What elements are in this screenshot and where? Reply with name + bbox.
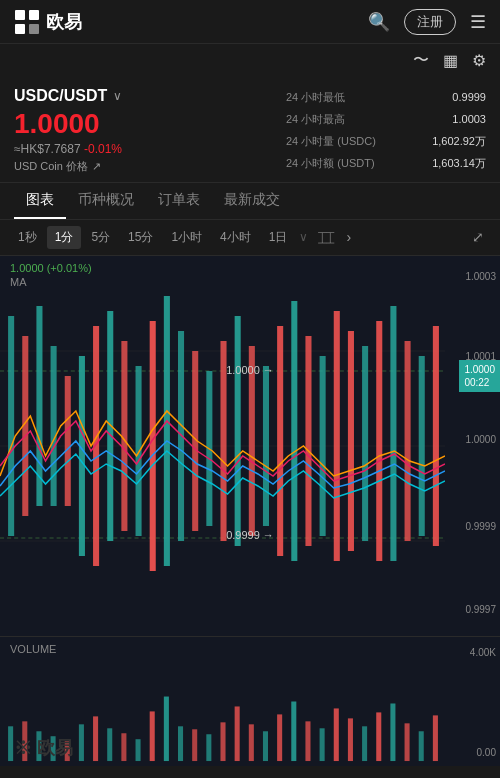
svg-rect-36: [390, 306, 396, 561]
svg-rect-48: [121, 733, 126, 761]
svg-rect-37: [405, 341, 411, 541]
time-1d[interactable]: 1日: [261, 226, 296, 249]
watermark: ※ 欧易: [14, 736, 73, 760]
axis-label-1003: 1.0003: [465, 271, 496, 282]
current-price-tag: 1.0000 00:22: [459, 360, 500, 392]
axis-label-9999: 0.9999: [465, 521, 496, 532]
volume-axis-low: 0.00: [477, 747, 496, 758]
price-hkd: ≈HK$7.7687 -0.01%: [14, 142, 286, 156]
price-section: USDC/USDT ∨ 1.0000 ≈HK$7.7687 -0.01% USD…: [0, 77, 500, 183]
svg-rect-34: [362, 346, 368, 541]
svg-rect-63: [334, 708, 339, 761]
dashed-label-2: 0.9999 →: [226, 529, 274, 541]
menu-icon[interactable]: ☰: [470, 11, 486, 33]
svg-rect-32: [334, 311, 340, 561]
chart-nav-btn[interactable]: ›: [342, 226, 355, 248]
svg-rect-58: [263, 731, 268, 761]
chart-price-info: 1.0000 (+0.01%): [10, 262, 92, 274]
stat-high: 24 小时最高 1.0003: [286, 112, 486, 127]
settings-icon[interactable]: ⚙: [472, 51, 486, 70]
chart-svg: [0, 256, 445, 636]
fullscreen-button[interactable]: ⤢: [466, 226, 490, 248]
pair-name: USDC/USDT: [14, 87, 107, 105]
dashed-label-1: 1.0000 →: [226, 364, 274, 376]
time-15m[interactable]: 15分: [120, 226, 161, 249]
time-5m[interactable]: 5分: [83, 226, 118, 249]
svg-rect-9: [8, 316, 14, 536]
time-1m[interactable]: 1分: [47, 226, 82, 249]
app-header: 欧易 🔍 注册 ☰: [0, 0, 500, 44]
svg-rect-47: [107, 728, 112, 761]
svg-rect-29: [291, 301, 297, 561]
svg-rect-0: [15, 10, 25, 20]
svg-rect-46: [93, 716, 98, 761]
axis-label-9997: 0.9997: [465, 604, 496, 615]
pair-dropdown-icon[interactable]: ∨: [113, 89, 122, 103]
search-icon[interactable]: 🔍: [368, 11, 390, 33]
svg-rect-57: [249, 724, 254, 761]
top-toolbar: 〜 ▦ ⚙: [0, 44, 500, 77]
activity-icon[interactable]: 〜: [413, 50, 429, 71]
svg-rect-31: [320, 356, 326, 536]
tab-orderbook[interactable]: 订单表: [146, 183, 212, 219]
svg-rect-45: [79, 724, 84, 761]
svg-rect-51: [164, 696, 169, 761]
svg-rect-27: [263, 366, 269, 526]
svg-rect-12: [51, 346, 57, 506]
stat-amount: 24 小时额 (USDT) 1,603.14万: [286, 156, 486, 171]
svg-rect-52: [178, 726, 183, 761]
chart-info-bar: 1.0000 (+0.01%): [10, 262, 92, 274]
svg-rect-49: [136, 739, 141, 761]
svg-rect-65: [362, 726, 367, 761]
chart-type-button[interactable]: ⌶⌶: [312, 226, 340, 248]
svg-rect-53: [192, 729, 197, 761]
time-1s[interactable]: 1秒: [10, 226, 45, 249]
layout-icon[interactable]: ▦: [443, 51, 458, 70]
time-1h[interactable]: 1小时: [163, 226, 210, 249]
logo-text: 欧易: [46, 10, 82, 34]
tab-overview[interactable]: 币种概况: [66, 183, 146, 219]
tab-chart[interactable]: 图表: [14, 183, 66, 219]
price-stats: 24 小时最低 0.9999 24 小时最高 1.0003 24 小时量 (US…: [286, 87, 486, 174]
axis-label-10000: 1.0000: [465, 434, 496, 445]
logo-area: 欧易: [14, 9, 82, 35]
time-selector: 1秒 1分 5分 15分 1小时 4小时 1日 ∨ ⌶⌶ › ⤢: [0, 220, 500, 256]
svg-rect-38: [419, 356, 425, 536]
svg-rect-66: [376, 712, 381, 761]
svg-rect-13: [65, 376, 71, 506]
svg-rect-61: [305, 721, 310, 761]
tab-trades[interactable]: 最新成交: [212, 183, 292, 219]
svg-rect-3: [29, 24, 39, 34]
coin-info: USD Coin 价格 ↗: [14, 159, 286, 174]
register-button[interactable]: 注册: [404, 9, 456, 35]
stat-volume: 24 小时量 (USDC) 1,602.92万: [286, 134, 486, 149]
svg-rect-14: [79, 356, 85, 556]
svg-rect-55: [220, 722, 225, 761]
external-link-icon[interactable]: ↗: [92, 160, 101, 173]
time-4h[interactable]: 4小时: [212, 226, 259, 249]
svg-rect-70: [433, 715, 438, 761]
header-right: 🔍 注册 ☰: [368, 9, 486, 35]
svg-rect-68: [405, 723, 410, 761]
svg-rect-25: [235, 316, 241, 546]
volume-label: VOLUME: [10, 643, 56, 655]
svg-rect-28: [277, 326, 283, 556]
svg-rect-67: [390, 703, 395, 761]
volume-axis-high: 4.00K: [470, 647, 496, 658]
svg-rect-62: [320, 728, 325, 761]
logo-icon: [14, 9, 40, 35]
svg-rect-56: [235, 706, 240, 761]
price-change: -0.01%: [84, 142, 122, 156]
time-sep: ∨: [297, 230, 310, 244]
main-chart: 1.0000 (+0.01%) MA: [0, 256, 500, 636]
stat-low: 24 小时最低 0.9999: [286, 90, 486, 105]
svg-rect-1: [29, 10, 39, 20]
svg-rect-64: [348, 718, 353, 761]
svg-rect-54: [206, 734, 211, 761]
svg-rect-18: [136, 366, 142, 536]
svg-rect-35: [376, 321, 382, 561]
chart-tabs: 图表 币种概况 订单表 最新成交: [0, 183, 500, 220]
svg-rect-20: [164, 296, 170, 566]
pair-row: USDC/USDT ∨: [14, 87, 286, 105]
svg-rect-39: [433, 326, 439, 546]
